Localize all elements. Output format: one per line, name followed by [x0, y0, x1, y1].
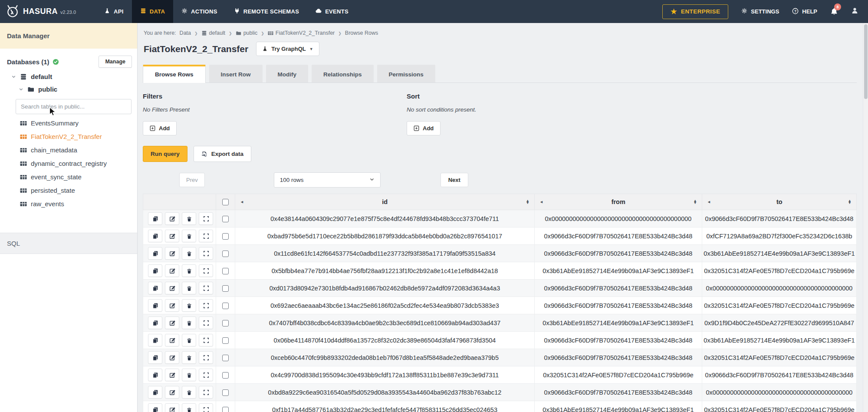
delete-row-button[interactable] [182, 230, 196, 242]
sidebar-item-sql[interactable]: SQL [0, 233, 137, 254]
settings-button[interactable]: SETTINGS [741, 8, 779, 15]
clone-row-button[interactable] [148, 316, 162, 329]
clone-row-button[interactable] [148, 369, 162, 381]
sort-icon[interactable]: ▲▼ [526, 200, 529, 204]
help-button[interactable]: ? HELP [792, 8, 817, 16]
delete-row-button[interactable] [182, 247, 196, 260]
tab[interactable]: Relationships [312, 65, 374, 82]
breadcrumb-data[interactable]: Data [180, 30, 191, 36]
chevron-down-icon[interactable] [19, 87, 23, 92]
delete-row-button[interactable] [182, 282, 196, 294]
tab[interactable]: Permissions [377, 65, 435, 82]
row-checkbox[interactable] [222, 250, 229, 257]
edit-row-button[interactable] [165, 282, 179, 294]
delete-row-button[interactable] [182, 403, 196, 412]
edit-row-button[interactable] [165, 264, 179, 277]
prev-page-button[interactable]: Prev [179, 173, 205, 187]
expand-row-button[interactable] [199, 282, 213, 294]
tab[interactable]: Insert Row [209, 65, 263, 82]
clone-row-button[interactable] [148, 351, 162, 364]
vertical-scrollbar[interactable] [863, 23, 868, 412]
expand-row-button[interactable] [199, 212, 213, 225]
collapse-column-icon[interactable]: ◄ [240, 200, 244, 204]
delete-row-button[interactable] [182, 316, 196, 329]
nav-item-remote-schemas[interactable]: REMOTE SCHEMAS [226, 0, 307, 23]
scrollbar-thumb[interactable] [864, 24, 868, 99]
select-all-checkbox[interactable] [222, 199, 229, 205]
table-search-input[interactable] [16, 99, 132, 114]
expand-row-button[interactable] [199, 369, 213, 381]
clone-row-button[interactable] [148, 230, 162, 242]
nav-item-api[interactable]: API [96, 0, 132, 23]
tree-node-schema[interactable]: public [19, 86, 132, 93]
delete-row-button[interactable] [182, 369, 196, 381]
nav-item-events[interactable]: EVENTS [307, 0, 357, 23]
edit-row-button[interactable] [165, 230, 179, 242]
sidebar-table-item[interactable]: FiatTokenV2_2_Transfer [20, 133, 132, 140]
try-graphql-button[interactable]: Try GraphQL ▼ [256, 42, 319, 56]
edit-row-button[interactable] [165, 369, 179, 381]
row-checkbox[interactable] [222, 337, 229, 344]
tab[interactable]: Browse Rows [143, 65, 206, 83]
delete-row-button[interactable] [182, 212, 196, 225]
row-checkbox[interactable] [222, 268, 229, 274]
row-checkbox[interactable] [222, 233, 229, 240]
breadcrumb-table[interactable]: FiatTokenV2_2_Transfer [268, 30, 335, 36]
tab[interactable]: Modify [266, 65, 309, 82]
notifications-button[interactable]: 8 [830, 7, 838, 17]
row-checkbox[interactable] [222, 372, 229, 379]
expand-row-button[interactable] [199, 386, 213, 399]
collapse-column-icon[interactable]: ◄ [707, 200, 711, 204]
run-query-button[interactable]: Run query [143, 146, 187, 162]
edit-row-button[interactable] [165, 334, 179, 346]
column-header-id[interactable]: ◄ id ▲▼ [235, 194, 535, 210]
expand-row-button[interactable] [199, 403, 213, 412]
manage-button[interactable]: Manage [99, 56, 132, 68]
clone-row-button[interactable] [148, 386, 162, 399]
delete-row-button[interactable] [182, 299, 196, 312]
expand-row-button[interactable] [199, 264, 213, 277]
sort-icon[interactable]: ▲▼ [848, 200, 852, 204]
clone-row-button[interactable] [148, 403, 162, 412]
row-checkbox[interactable] [222, 216, 229, 222]
clone-row-button[interactable] [148, 212, 162, 225]
enterprise-button[interactable]: ★ ENTERPRISE [662, 4, 728, 19]
edit-row-button[interactable] [165, 247, 179, 260]
delete-row-button[interactable] [182, 351, 196, 364]
nav-item-data[interactable]: DATA [132, 0, 173, 23]
clone-row-button[interactable] [148, 334, 162, 346]
sidebar-table-item[interactable]: persisted_state [20, 187, 132, 194]
row-checkbox[interactable] [222, 355, 229, 361]
sidebar-table-item[interactable]: raw_events [20, 200, 132, 208]
sidebar-table-item[interactable]: dynamic_contract_registry [20, 160, 132, 167]
edit-row-button[interactable] [165, 351, 179, 364]
column-header-to[interactable]: ◄ to ▲▼ [702, 194, 857, 210]
expand-row-button[interactable] [199, 334, 213, 346]
row-checkbox[interactable] [222, 320, 229, 326]
hasura-logo[interactable] [6, 5, 19, 18]
edit-row-button[interactable] [165, 386, 179, 399]
sidebar-table-item[interactable]: event_sync_state [20, 173, 132, 181]
add-filter-button[interactable]: Add [143, 121, 177, 135]
row-checkbox[interactable] [222, 303, 229, 309]
delete-row-button[interactable] [182, 334, 196, 346]
breadcrumb-schema[interactable]: public [236, 30, 258, 36]
sidebar-table-item[interactable]: chain_metadata [20, 146, 132, 154]
delete-row-button[interactable] [182, 264, 196, 277]
clone-row-button[interactable] [148, 299, 162, 312]
expand-row-button[interactable] [199, 299, 213, 312]
edit-row-button[interactable] [165, 299, 179, 312]
breadcrumb-browse-rows[interactable]: Browse Rows [345, 30, 378, 36]
edit-row-button[interactable] [165, 316, 179, 329]
row-checkbox[interactable] [222, 285, 229, 292]
breadcrumb-database[interactable]: default [201, 30, 226, 36]
tree-node-database[interactable]: default [11, 73, 132, 80]
nav-item-actions[interactable]: ACTIONS [173, 0, 226, 23]
next-page-button[interactable]: Next [441, 173, 468, 187]
rows-per-page-select[interactable]: 100 rows [274, 172, 381, 188]
expand-row-button[interactable] [199, 230, 213, 242]
user-menu-button[interactable] [851, 7, 858, 16]
edit-row-button[interactable] [165, 212, 179, 225]
add-sort-button[interactable]: Add [407, 121, 441, 135]
sidebar-table-item[interactable]: EventsSummary [20, 119, 132, 127]
